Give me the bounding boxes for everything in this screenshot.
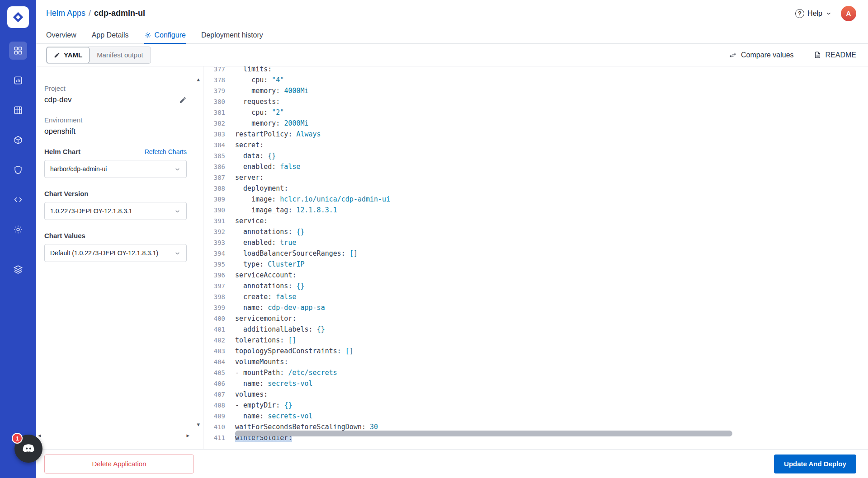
chart-version-select-value: 1.0.2273-DEPLOY-12.1.8.3.1 xyxy=(50,207,132,215)
code-line[interactable]: 404volumeMounts: xyxy=(203,356,868,367)
sidebar-item-applications[interactable] xyxy=(9,42,27,60)
chart-values-select-value: Default (1.0.2273-DEPLOY-12.1.8.3.1) xyxy=(50,249,158,257)
code-line[interactable]: 407volumes: xyxy=(203,389,868,400)
line-number: 378 xyxy=(203,75,225,85)
environment-label: Environment xyxy=(44,116,203,124)
sidebar-item-global-config[interactable] xyxy=(9,220,27,239)
code-line[interactable]: 378 cpu: "4" xyxy=(203,75,868,85)
code-line[interactable]: 393 enabled: true xyxy=(203,237,868,248)
yaml-editor[interactable]: 377 limits:378 cpu: "4"379 memory: 4000M… xyxy=(203,66,868,449)
code-line[interactable]: 400servicemonitor: xyxy=(203,313,868,324)
code-line[interactable]: 406 name: secrets-vol xyxy=(203,378,868,389)
code-line[interactable]: 408- emptyDir: {} xyxy=(203,400,868,411)
sidebar-item-chart-store[interactable] xyxy=(9,131,27,149)
code-line[interactable]: 389 image: hclcr.io/unica/cdp-admin-ui xyxy=(203,194,868,205)
line-number: 380 xyxy=(203,96,225,107)
compare-values-button[interactable]: Compare values xyxy=(729,51,794,59)
code-line[interactable]: 386 enabled: false xyxy=(203,161,868,172)
code-line[interactable]: 388 deployment: xyxy=(203,183,868,194)
editor-horizontal-scrollbar[interactable] xyxy=(235,431,732,436)
code-line[interactable]: 409 name: secrets-vol xyxy=(203,411,868,422)
code-line[interactable]: 395 type: ClusterIP xyxy=(203,259,868,270)
yaml-toggle-button[interactable]: YAML xyxy=(47,47,90,63)
code-line[interactable]: 399 name: cdp-dev-app-sa xyxy=(203,302,868,313)
code-line[interactable]: 382 memory: 2000Mi xyxy=(203,118,868,129)
sidebar-item-resource-browser[interactable] xyxy=(9,191,27,209)
tab-deployment-history[interactable]: Deployment history xyxy=(201,27,263,43)
line-number: 388 xyxy=(203,183,225,194)
code-line[interactable]: 405- mountPath: /etc/secrets xyxy=(203,367,868,378)
code-line[interactable]: 394 loadBalancerSourceRanges: [] xyxy=(203,248,868,259)
code-line[interactable]: 397 annotations: {} xyxy=(203,281,868,291)
edit-project-button[interactable] xyxy=(179,96,187,104)
code-line[interactable]: 403topologySpreadConstraints: [] xyxy=(203,346,868,356)
line-number: 382 xyxy=(203,118,225,129)
code-line[interactable]: 384secret: xyxy=(203,140,868,150)
code-line[interactable]: 383restartPolicy: Always xyxy=(203,129,868,140)
readme-button[interactable]: README xyxy=(814,51,856,59)
helm-chart-select[interactable]: harbor/cdp-admin-ui xyxy=(44,160,187,178)
code-line[interactable]: 401 additionalLabels: {} xyxy=(203,324,868,335)
helm-chart-field: Helm Chart Refetch Charts harbor/cdp-adm… xyxy=(44,148,203,178)
environment-field: Environment openshift xyxy=(44,116,203,136)
editor-toolbar-right: Compare values README xyxy=(729,51,856,59)
chart-config-panel: Project cdp-dev Environment openshift He… xyxy=(36,66,203,449)
line-number: 408 xyxy=(203,400,225,411)
sidebar-nav xyxy=(9,42,27,278)
update-and-deploy-button[interactable]: Update And Deploy xyxy=(774,455,856,473)
code-line[interactable]: 398 create: false xyxy=(203,291,868,302)
line-number: 403 xyxy=(203,346,225,356)
manifest-output-toggle-button[interactable]: Manifest output xyxy=(90,47,151,63)
bar-chart-icon xyxy=(13,75,23,85)
panel-scroll-right-arrow[interactable]: ▸ xyxy=(186,432,189,438)
avatar[interactable]: A xyxy=(841,6,856,21)
editor-mode-toggle: YAML Manifest output xyxy=(46,47,151,64)
help-label: Help xyxy=(807,9,822,18)
panel-scroll-up-arrow[interactable]: ▴ xyxy=(197,76,200,82)
question-circle-icon: ? xyxy=(795,9,804,18)
sidebar-item-app-groups[interactable] xyxy=(9,101,27,119)
code-line[interactable]: 396serviceAccount: xyxy=(203,270,868,281)
chevron-down-icon xyxy=(826,10,832,17)
code-line[interactable]: 380 requests: xyxy=(203,96,868,107)
document-icon xyxy=(814,51,821,59)
sidebar-item-jobs[interactable] xyxy=(9,71,27,89)
code-line[interactable]: 390 image_tag: 12.1.8.3.1 xyxy=(203,205,868,216)
shield-icon xyxy=(13,165,23,175)
line-number: 407 xyxy=(203,389,225,400)
main-area: Helm Apps / cdp-admin-ui ? Help A Overvi… xyxy=(36,0,868,449)
code-line[interactable]: 385 data: {} xyxy=(203,150,868,161)
line-number: 385 xyxy=(203,150,225,161)
line-number: 387 xyxy=(203,172,225,183)
sidebar-item-clusters[interactable] xyxy=(9,260,27,278)
line-number: 410 xyxy=(203,422,225,432)
line-number: 383 xyxy=(203,129,225,140)
tab-overview-label: Overview xyxy=(46,31,76,39)
line-number: 394 xyxy=(203,248,225,259)
code-line[interactable]: 387server: xyxy=(203,172,868,183)
code-icon xyxy=(13,195,23,205)
code-line[interactable]: 377 limits: xyxy=(203,66,868,75)
tab-overview[interactable]: Overview xyxy=(46,27,76,43)
discord-widget[interactable]: 1 xyxy=(14,435,42,463)
project-value: cdp-dev xyxy=(44,95,71,104)
devtron-logo[interactable] xyxy=(7,6,29,28)
delete-application-button[interactable]: Delete Application xyxy=(44,455,194,473)
chart-values-select[interactable]: Default (1.0.2273-DEPLOY-12.1.8.3.1) xyxy=(44,244,187,262)
refetch-charts-link[interactable]: Refetch Charts xyxy=(145,148,187,155)
breadcrumb-helm-apps-link[interactable]: Helm Apps xyxy=(46,9,85,18)
readme-label: README xyxy=(826,51,856,59)
sidebar-item-security[interactable] xyxy=(9,161,27,179)
panel-scroll-left-arrow[interactable]: ◂ xyxy=(38,432,41,438)
chart-version-select[interactable]: 1.0.2273-DEPLOY-12.1.8.3.1 xyxy=(44,202,187,220)
code-line[interactable]: 402tolerations: [] xyxy=(203,335,868,346)
help-menu[interactable]: ? Help xyxy=(795,9,832,18)
project-label: Project xyxy=(44,84,203,92)
tab-configure[interactable]: Configure xyxy=(144,27,186,43)
tab-app-details[interactable]: App Details xyxy=(92,27,129,43)
code-line[interactable]: 379 memory: 4000Mi xyxy=(203,85,868,96)
code-line[interactable]: 381 cpu: "2" xyxy=(203,107,868,118)
code-line[interactable]: 391service: xyxy=(203,216,868,226)
code-line[interactable]: 392 annotations: {} xyxy=(203,226,868,237)
panel-scroll-down-arrow[interactable]: ▾ xyxy=(197,422,200,427)
